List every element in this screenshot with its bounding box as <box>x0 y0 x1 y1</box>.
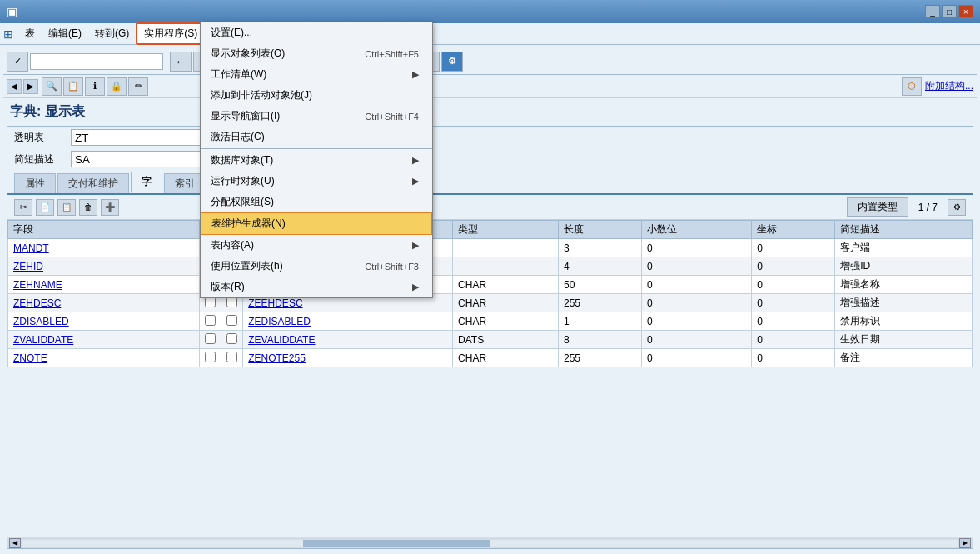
item-label: 表内容(A) <box>211 238 254 252</box>
item-shortcut: ▶ <box>412 69 419 80</box>
item-shortcut: ▶ <box>412 176 419 187</box>
dropdown-item-worklist[interactable]: 工作清单(W) ▶ <box>201 64 432 85</box>
dropdown-item-runtime-objects[interactable]: 运行时对象(U) ▶ <box>201 171 432 192</box>
item-label: 激活日志(C) <box>211 130 265 144</box>
dropdown-overlay: 设置(E)... 显示对象列表(O) Ctrl+Shift+F5工作清单(W) … <box>0 0 980 554</box>
item-shortcut: ▶ <box>412 282 419 292</box>
item-shortcut: ▶ <box>412 240 419 251</box>
dropdown-item-add-pool[interactable]: 添加到非活动对象池(J) <box>201 85 432 106</box>
dropdown-item-db-objects[interactable]: 数据库对象(T) ▶ <box>201 150 432 171</box>
item-label: 使用位置列表(h) <box>211 259 283 273</box>
item-label: 工作清单(W) <box>211 67 266 82</box>
dropdown-item-show-objects[interactable]: 显示对象列表(O) Ctrl+Shift+F5 <box>201 43 432 64</box>
dropdown-item-table-content[interactable]: 表内容(A) ▶ <box>201 235 432 256</box>
item-label: 显示导航窗口(I) <box>211 109 280 123</box>
item-label: 添加到非活动对象池(J) <box>211 88 312 102</box>
dropdown-item-activate-log[interactable]: 激活日志(C) <box>201 127 432 147</box>
item-label: 表维护生成器(N) <box>211 217 286 231</box>
item-label: 分配权限组(S) <box>211 195 274 209</box>
item-label: 数据库对象(T) <box>211 153 273 167</box>
dropdown-item-table-maintainer[interactable]: 表维护生成器(N) <box>201 212 432 235</box>
dropdown-item-settings[interactable]: 设置(E)... <box>201 22 432 43</box>
dropdown-menu: 设置(E)... 显示对象列表(O) Ctrl+Shift+F5工作清单(W) … <box>200 22 433 298</box>
dropdown-item-version[interactable]: 版本(R) ▶ <box>201 277 432 297</box>
item-shortcut: ▶ <box>412 155 419 166</box>
item-shortcut: Ctrl+Shift+F3 <box>365 262 419 272</box>
item-label: 版本(R) <box>211 280 245 294</box>
dropdown-item-usage-list[interactable]: 使用位置列表(h) Ctrl+Shift+F3 <box>201 256 432 277</box>
dropdown-item-show-nav[interactable]: 显示导航窗口(I) Ctrl+Shift+F4 <box>201 106 432 127</box>
dropdown-item-alloc-groups[interactable]: 分配权限组(S) <box>201 192 432 212</box>
dropdown-separator <box>201 148 432 149</box>
item-label: 设置(E)... <box>211 26 252 40</box>
item-shortcut: Ctrl+Shift+F4 <box>365 112 419 122</box>
item-label: 运行时对象(U) <box>211 174 275 188</box>
item-shortcut: Ctrl+Shift+F5 <box>365 49 419 59</box>
item-label: 显示对象列表(O) <box>211 47 285 61</box>
